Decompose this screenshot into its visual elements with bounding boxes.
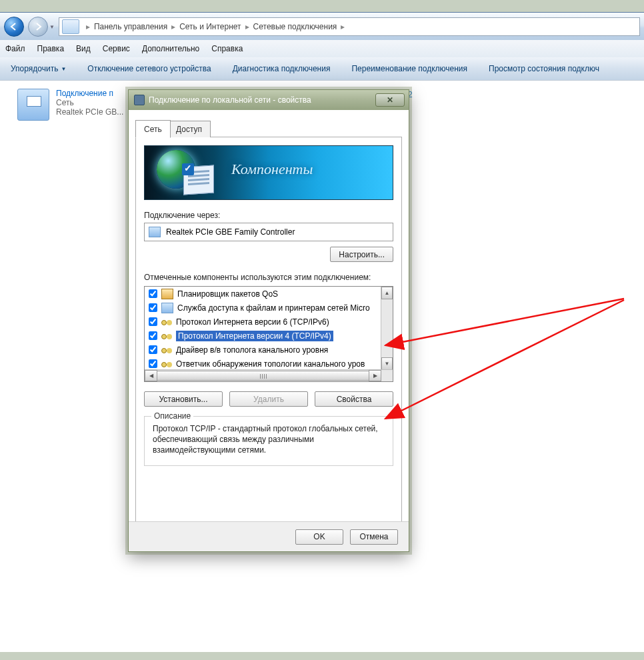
components-list-label: Отмеченные компоненты используются этим …: [144, 273, 393, 282]
close-button[interactable]: ✕: [375, 93, 405, 107]
organize-button[interactable]: Упорядочить ▼: [11, 64, 66, 73]
component-row[interactable]: Служба доступа к файлам и принтерам сете…: [145, 301, 381, 315]
component-row[interactable]: Планировщик пакетов QoS: [145, 287, 381, 301]
net-icon: [161, 303, 173, 313]
address-bar-row: ▼ ▸ Панель управления ▸ Сеть и Интернет …: [0, 12, 644, 41]
status-button[interactable]: Просмотр состояния подключ: [489, 64, 599, 73]
component-label: Протокол Интернета версии 6 (TCP/IPv6): [176, 317, 329, 327]
dialog-footer: OK Отмена: [129, 521, 409, 551]
disable-device-button[interactable]: Отключение сетевого устройства: [87, 64, 211, 73]
scroll-thumb[interactable]: [157, 371, 369, 381]
adapter-icon: [149, 227, 161, 237]
scroll-up-icon[interactable]: ▲: [381, 287, 393, 299]
breadcrumb-1[interactable]: Панель управления: [94, 22, 167, 31]
diagnose-button[interactable]: Диагностика подключения: [233, 64, 331, 73]
breadcrumb-2[interactable]: Сеть и Интернет: [179, 22, 241, 31]
component-label: Ответчик обнаружения топологии канальног…: [176, 359, 365, 369]
menu-extra[interactable]: Дополнительно: [142, 44, 199, 53]
component-checkbox[interactable]: [149, 317, 157, 326]
banner-title: Компоненты: [231, 161, 313, 178]
horizontal-scrollbar[interactable]: ◀ ▶: [145, 369, 393, 381]
component-checkbox[interactable]: [149, 303, 157, 312]
nav-dropdown-icon[interactable]: ▼: [49, 24, 55, 30]
component-label: Планировщик пакетов QoS: [177, 289, 278, 299]
tab-panel: Компоненты Подключение через: Realtek PC…: [135, 137, 402, 525]
prot-icon: [161, 317, 172, 327]
install-button[interactable]: Установить...: [144, 391, 223, 407]
check-icon: [182, 163, 194, 175]
menu-view[interactable]: Вид: [76, 44, 91, 53]
components-banner: Компоненты: [144, 145, 393, 200]
breadcrumb-separator-icon: ▸: [171, 22, 175, 31]
close-icon: ✕: [387, 95, 393, 105]
tab-access-label: Доступ: [176, 125, 202, 134]
component-checkbox[interactable]: [149, 359, 157, 368]
component-row[interactable]: Ответчик обнаружения топологии канальног…: [145, 357, 381, 371]
remove-button: Удалить: [229, 391, 308, 407]
component-row[interactable]: Протокол Интернета версии 4 (TCP/IPv4): [145, 329, 381, 343]
configure-button[interactable]: Настроить...: [330, 247, 393, 262]
connection-name[interactable]: Подключение п: [56, 89, 113, 98]
scroll-right-icon[interactable]: ▶: [369, 370, 381, 381]
components-listbox[interactable]: Планировщик пакетов QoSСлужба доступа к …: [144, 286, 393, 382]
description-group: Описание Протокол TCP/IP - стандартный п…: [144, 416, 393, 466]
component-label: Драйвер в/в тополога канального уровня: [176, 345, 328, 355]
cancel-button[interactable]: Отмена: [350, 529, 398, 545]
breadcrumb-separator-icon: ▸: [245, 22, 249, 31]
component-row[interactable]: Драйвер в/в тополога канального уровня: [145, 343, 381, 357]
address-location-icon: [62, 19, 79, 34]
adapter-field: Realtek PCIe GBE Family Controller: [144, 223, 393, 241]
component-label: Служба доступа к файлам и принтерам сете…: [177, 303, 370, 313]
prot-icon: [161, 359, 172, 369]
tab-network-label: Сеть: [144, 125, 162, 134]
menu-file[interactable]: Файл: [5, 44, 25, 53]
component-checkbox[interactable]: [149, 331, 157, 340]
prot-icon: [161, 345, 172, 355]
prot-icon: [161, 331, 172, 341]
properties-dialog: Подключение по локальной сети - свойства…: [128, 89, 409, 552]
nav-forward-button[interactable]: [28, 17, 48, 37]
tab-network[interactable]: Сеть: [135, 120, 171, 138]
connection-item-1[interactable]: Подключение п Сеть Realtek PCIe GB...: [17, 89, 123, 121]
description-text: Протокол TCP/IP - стандартный протокол г…: [153, 423, 385, 456]
adapter-name: Realtek PCIe GBE Family Controller: [166, 227, 295, 237]
vertical-scrollbar[interactable]: ▲ ▼: [381, 287, 393, 370]
component-checkbox[interactable]: [149, 289, 157, 298]
dropdown-arrow-icon: ▼: [61, 66, 66, 72]
menu-help[interactable]: Справка: [211, 44, 243, 53]
scroll-down-icon[interactable]: ▼: [381, 357, 393, 370]
connection-network: Сеть: [56, 98, 74, 107]
component-checkbox[interactable]: [149, 345, 157, 354]
dialog-title-bar[interactable]: Подключение по локальной сети - свойства…: [129, 90, 409, 110]
component-label: Протокол Интернета версии 4 (TCP/IPv4): [176, 331, 333, 341]
tab-row: Сеть Доступ: [135, 119, 402, 137]
menu-edit[interactable]: Правка: [37, 44, 65, 53]
dialog-title: Подключение по локальной сети - свойства: [149, 95, 311, 105]
properties-button[interactable]: Свойства: [315, 391, 393, 407]
dialog-icon: [134, 95, 145, 105]
sched-icon: [161, 289, 173, 299]
connect-via-label: Подключение через:: [144, 211, 393, 220]
description-label: Описание: [151, 411, 193, 421]
ok-button[interactable]: OK: [295, 529, 343, 545]
organize-label: Упорядочить: [11, 64, 58, 73]
scroll-left-icon[interactable]: ◀: [145, 370, 157, 381]
menu-service[interactable]: Сервис: [103, 44, 130, 53]
menu-bar: Файл Правка Вид Сервис Дополнительно Спр…: [0, 40, 644, 58]
nav-back-button[interactable]: [4, 17, 24, 37]
breadcrumb-separator-icon: ▸: [341, 22, 345, 31]
component-row[interactable]: Протокол Интернета версии 6 (TCP/IPv6): [145, 315, 381, 329]
command-bar: Упорядочить ▼ Отключение сетевого устрой…: [0, 57, 644, 81]
address-bar[interactable]: ▸ Панель управления ▸ Сеть и Интернет ▸ …: [59, 17, 640, 36]
network-adapter-icon: [17, 89, 49, 121]
rename-button[interactable]: Переименование подключения: [351, 64, 467, 73]
breadcrumb-separator-icon: ▸: [86, 22, 90, 31]
tab-access[interactable]: Доступ: [167, 121, 211, 137]
connection-adapter: Realtek PCIe GB...: [56, 107, 123, 117]
breadcrumb-3[interactable]: Сетевые подключения: [253, 22, 337, 31]
